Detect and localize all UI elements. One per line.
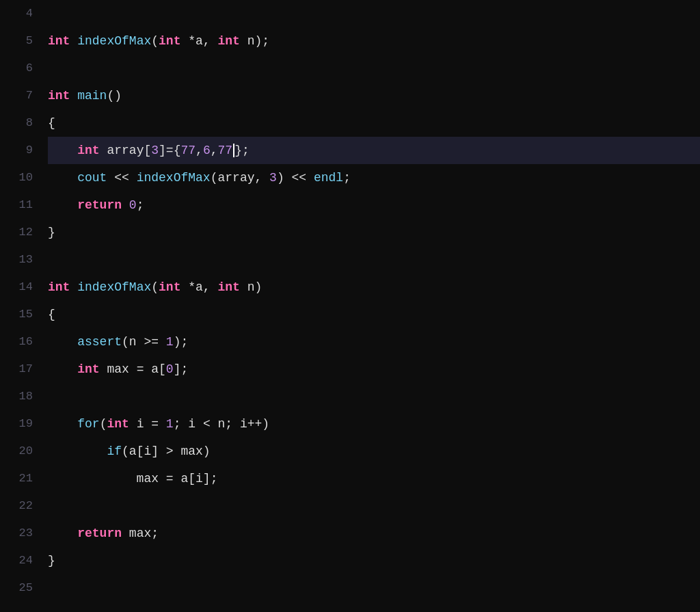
- code-line: int indexOfMax(int *a, int n): [48, 274, 700, 301]
- token-plain: ;: [343, 164, 351, 191]
- code-line: for(int i = 1; i < n; i++): [48, 410, 700, 438]
- token-plain: (: [151, 27, 159, 55]
- token-plain: *a,: [180, 27, 217, 55]
- token-plain: n): [240, 274, 262, 301]
- line-number: 7: [8, 82, 33, 109]
- token-kw: int: [159, 274, 180, 301]
- token-plain: ];: [174, 356, 189, 383]
- token-plain: ) <<: [277, 164, 314, 191]
- code-content[interactable]: int indexOfMax(int *a, int n); int main(…: [41, 0, 700, 612]
- token-kw: int: [159, 27, 180, 55]
- line-number: 12: [8, 219, 33, 246]
- token-plain: [70, 27, 77, 55]
- token-plain: [48, 410, 77, 438]
- code-line: }: [48, 219, 700, 246]
- token-plain: ; i < n; i++): [174, 410, 269, 438]
- token-kw: return: [77, 191, 122, 219]
- code-line: return max;: [48, 520, 700, 547]
- code-line: [48, 383, 700, 410]
- token-fn: indexOfMax: [77, 27, 151, 55]
- token-plain: }: [48, 547, 55, 574]
- token-num: 1: [166, 410, 174, 438]
- token-plain: {: [48, 109, 55, 137]
- token-plain: n);: [240, 27, 269, 55]
- token-plain: [48, 438, 107, 465]
- line-number: 16: [8, 328, 33, 356]
- token-plain: max = a[: [100, 356, 166, 383]
- line-number: 5: [8, 27, 33, 55]
- token-num: 77: [218, 137, 233, 164]
- token-kw2: assert: [77, 328, 122, 356]
- token-plain: ,: [211, 137, 218, 164]
- line-number: 10: [8, 164, 33, 191]
- token-kw: int: [217, 274, 239, 301]
- line-number: 4: [8, 0, 33, 27]
- token-kw: int: [107, 410, 129, 438]
- token-plain: i =: [129, 410, 166, 438]
- code-line: int max = a[0];: [48, 356, 700, 383]
- token-kw: int: [48, 274, 70, 301]
- line-number: 11: [8, 191, 33, 219]
- line-number: 19: [8, 410, 33, 438]
- token-kw2: for: [77, 410, 99, 438]
- token-kw2: cout: [77, 164, 107, 191]
- code-line: [48, 246, 700, 274]
- token-kw: return: [77, 520, 122, 547]
- token-num: 0: [129, 191, 137, 219]
- code-line: [48, 55, 700, 82]
- line-number: 9: [8, 137, 33, 164]
- code-line: {: [48, 109, 700, 137]
- line-number: 14: [8, 274, 33, 301]
- code-line: }: [48, 547, 700, 574]
- token-plain: [48, 164, 77, 191]
- token-fn: indexOfMax: [137, 164, 211, 191]
- token-plain: (a[i] > max): [122, 438, 211, 465]
- token-plain: max;: [122, 520, 159, 547]
- token-plain: [48, 191, 77, 219]
- token-plain: [70, 274, 77, 301]
- line-number: 13: [8, 246, 33, 274]
- token-plain: ;: [137, 191, 144, 219]
- line-number: 20: [8, 438, 33, 465]
- token-plain: max = a[i];: [48, 465, 217, 492]
- line-number: 21: [8, 465, 33, 492]
- line-number: 8: [8, 109, 33, 137]
- token-plain: [48, 520, 77, 547]
- code-line: {: [48, 301, 700, 328]
- token-plain: [48, 356, 77, 383]
- token-plain: ]={: [159, 137, 180, 164]
- code-line: cout << indexOfMax(array, 3) << endl;: [48, 164, 700, 191]
- token-kw: int: [77, 137, 99, 164]
- line-number: 25: [8, 574, 33, 602]
- line-number: 17: [8, 356, 33, 383]
- code-line: return 0;: [48, 191, 700, 219]
- token-kw: int: [217, 27, 239, 55]
- token-num: 1: [166, 328, 174, 356]
- code-line: [48, 0, 700, 27]
- code-line: if(a[i] > max): [48, 438, 700, 465]
- token-plain: <<: [107, 164, 136, 191]
- token-kw: int: [48, 82, 70, 109]
- token-plain: (: [100, 410, 107, 438]
- token-fn: main: [77, 82, 107, 109]
- line-number: 18: [8, 383, 33, 410]
- code-editor: 45678910111213141516171819202122232425 i…: [0, 0, 700, 612]
- token-kw2: if: [107, 438, 122, 465]
- code-line: int array[3]={77,6,77};: [48, 137, 700, 164]
- line-number: 6: [8, 55, 33, 82]
- token-plain: *a,: [180, 274, 217, 301]
- token-num: 6: [203, 137, 211, 164]
- token-plain: (): [107, 82, 122, 109]
- token-plain: (: [151, 274, 159, 301]
- code-line: assert(n >= 1);: [48, 328, 700, 356]
- token-plain: [70, 82, 77, 109]
- token-num: 3: [269, 164, 277, 191]
- token-plain: (n >=: [122, 328, 166, 356]
- token-plain: {: [48, 301, 55, 328]
- token-kw: int: [77, 356, 99, 383]
- code-line: [48, 574, 700, 602]
- token-plain: );: [174, 328, 189, 356]
- token-kw2: endl: [314, 164, 343, 191]
- token-num: 3: [151, 137, 159, 164]
- line-number: 23: [8, 520, 33, 547]
